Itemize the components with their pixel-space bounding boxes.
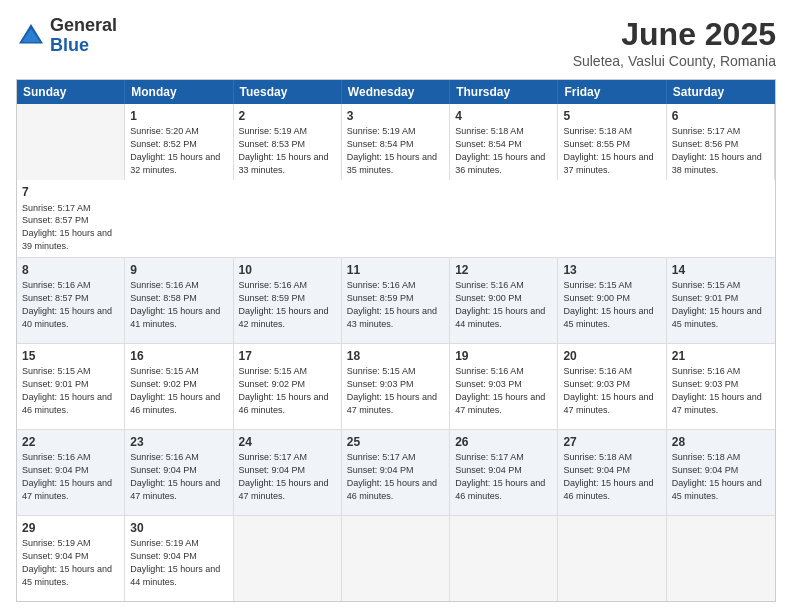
calendar-row-3: 22Sunrise: 5:16 AMSunset: 9:04 PMDayligh… — [17, 430, 775, 516]
day-6: 6Sunrise: 5:17 AMSunset: 8:56 PMDaylight… — [667, 104, 775, 180]
calendar-row-4: 29Sunrise: 5:19 AMSunset: 9:04 PMDayligh… — [17, 516, 775, 601]
calendar-body: 1Sunrise: 5:20 AMSunset: 8:52 PMDaylight… — [17, 104, 775, 601]
day-29: 29Sunrise: 5:19 AMSunset: 9:04 PMDayligh… — [17, 516, 125, 601]
day-7: 7Sunrise: 5:17 AMSunset: 8:57 PMDaylight… — [17, 180, 125, 256]
header-saturday: Saturday — [667, 80, 775, 104]
header-wednesday: Wednesday — [342, 80, 450, 104]
logo-text: General Blue — [50, 16, 117, 56]
day-16: 16Sunrise: 5:15 AMSunset: 9:02 PMDayligh… — [125, 344, 233, 429]
header-tuesday: Tuesday — [234, 80, 342, 104]
day-1: 1Sunrise: 5:20 AMSunset: 8:52 PMDaylight… — [125, 104, 233, 180]
month-year: June 2025 — [573, 16, 776, 53]
logo-blue-text: Blue — [50, 35, 89, 55]
day-10: 10Sunrise: 5:16 AMSunset: 8:59 PMDayligh… — [234, 258, 342, 343]
day-empty — [234, 516, 342, 601]
header-friday: Friday — [558, 80, 666, 104]
day-empty — [667, 516, 775, 601]
day-18: 18Sunrise: 5:15 AMSunset: 9:03 PMDayligh… — [342, 344, 450, 429]
day-19: 19Sunrise: 5:16 AMSunset: 9:03 PMDayligh… — [450, 344, 558, 429]
day-23: 23Sunrise: 5:16 AMSunset: 9:04 PMDayligh… — [125, 430, 233, 515]
header-monday: Monday — [125, 80, 233, 104]
day-25: 25Sunrise: 5:17 AMSunset: 9:04 PMDayligh… — [342, 430, 450, 515]
day-empty-sunday — [17, 104, 125, 180]
day-22: 22Sunrise: 5:16 AMSunset: 9:04 PMDayligh… — [17, 430, 125, 515]
day-24: 24Sunrise: 5:17 AMSunset: 9:04 PMDayligh… — [234, 430, 342, 515]
day-12: 12Sunrise: 5:16 AMSunset: 9:00 PMDayligh… — [450, 258, 558, 343]
logo: General Blue — [16, 16, 117, 56]
day-empty — [342, 516, 450, 601]
day-empty — [450, 516, 558, 601]
logo-general-text: General — [50, 15, 117, 35]
header-sunday: Sunday — [17, 80, 125, 104]
calendar: Sunday Monday Tuesday Wednesday Thursday… — [16, 79, 776, 602]
calendar-header: Sunday Monday Tuesday Wednesday Thursday… — [17, 80, 775, 104]
day-17: 17Sunrise: 5:15 AMSunset: 9:02 PMDayligh… — [234, 344, 342, 429]
day-28: 28Sunrise: 5:18 AMSunset: 9:04 PMDayligh… — [667, 430, 775, 515]
page: General Blue June 2025 Suletea, Vaslui C… — [0, 0, 792, 612]
calendar-row-1: 8Sunrise: 5:16 AMSunset: 8:57 PMDaylight… — [17, 258, 775, 344]
header-thursday: Thursday — [450, 80, 558, 104]
logo-icon — [16, 21, 46, 51]
day-27: 27Sunrise: 5:18 AMSunset: 9:04 PMDayligh… — [558, 430, 666, 515]
day-13: 13Sunrise: 5:15 AMSunset: 9:00 PMDayligh… — [558, 258, 666, 343]
calendar-row-0: 1Sunrise: 5:20 AMSunset: 8:52 PMDaylight… — [17, 104, 775, 258]
calendar-row-2: 15Sunrise: 5:15 AMSunset: 9:01 PMDayligh… — [17, 344, 775, 430]
day-3: 3Sunrise: 5:19 AMSunset: 8:54 PMDaylight… — [342, 104, 450, 180]
day-20: 20Sunrise: 5:16 AMSunset: 9:03 PMDayligh… — [558, 344, 666, 429]
day-8: 8Sunrise: 5:16 AMSunset: 8:57 PMDaylight… — [17, 258, 125, 343]
day-2: 2Sunrise: 5:19 AMSunset: 8:53 PMDaylight… — [234, 104, 342, 180]
day-15: 15Sunrise: 5:15 AMSunset: 9:01 PMDayligh… — [17, 344, 125, 429]
day-empty — [558, 516, 666, 601]
day-21: 21Sunrise: 5:16 AMSunset: 9:03 PMDayligh… — [667, 344, 775, 429]
day-5: 5Sunrise: 5:18 AMSunset: 8:55 PMDaylight… — [558, 104, 666, 180]
day-14: 14Sunrise: 5:15 AMSunset: 9:01 PMDayligh… — [667, 258, 775, 343]
day-4: 4Sunrise: 5:18 AMSunset: 8:54 PMDaylight… — [450, 104, 558, 180]
day-30: 30Sunrise: 5:19 AMSunset: 9:04 PMDayligh… — [125, 516, 233, 601]
title-block: June 2025 Suletea, Vaslui County, Romani… — [573, 16, 776, 69]
location: Suletea, Vaslui County, Romania — [573, 53, 776, 69]
day-26: 26Sunrise: 5:17 AMSunset: 9:04 PMDayligh… — [450, 430, 558, 515]
day-9: 9Sunrise: 5:16 AMSunset: 8:58 PMDaylight… — [125, 258, 233, 343]
header: General Blue June 2025 Suletea, Vaslui C… — [16, 16, 776, 69]
day-11: 11Sunrise: 5:16 AMSunset: 8:59 PMDayligh… — [342, 258, 450, 343]
